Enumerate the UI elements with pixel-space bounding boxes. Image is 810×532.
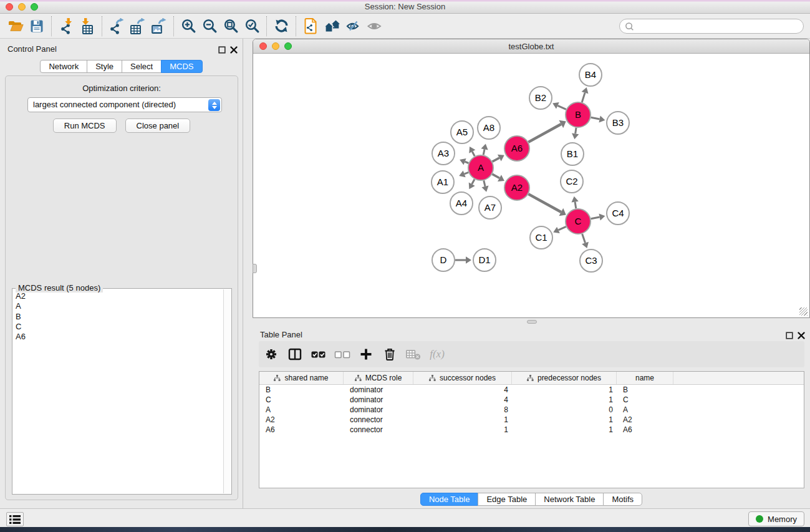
edge-C-C4[interactable] bbox=[591, 217, 600, 219]
node-B1[interactable]: B1 bbox=[561, 143, 584, 165]
column-header-name[interactable]: name bbox=[617, 372, 673, 384]
edge-B-B1[interactable] bbox=[576, 128, 576, 134]
mcds-result-item[interactable]: C bbox=[14, 322, 223, 332]
search-input[interactable] bbox=[635, 20, 803, 32]
node-A5[interactable]: A5 bbox=[451, 121, 473, 143]
divider-grabber-icon[interactable] bbox=[527, 320, 537, 324]
edge-B-B2[interactable] bbox=[557, 105, 566, 109]
node-A7[interactable]: A7 bbox=[479, 196, 501, 219]
tab-network[interactable]: Network bbox=[40, 60, 87, 73]
tab-network-table[interactable]: Network Table bbox=[535, 493, 604, 506]
column-browser-button[interactable] bbox=[287, 346, 303, 362]
table-cell[interactable]: 1 bbox=[413, 415, 512, 425]
node-A1[interactable]: A1 bbox=[432, 171, 454, 193]
node-A[interactable]: A bbox=[468, 155, 493, 180]
mcds-result-item[interactable]: A2 bbox=[14, 291, 223, 301]
column-header-shared-name[interactable]: shared name bbox=[259, 372, 344, 384]
close-panel-icon[interactable] bbox=[230, 45, 238, 56]
tab-node-table[interactable]: Node Table bbox=[420, 493, 479, 506]
table-cell[interactable]: C bbox=[259, 395, 344, 405]
table-cell[interactable]: 0 bbox=[512, 405, 617, 415]
column-header-MCDS-role[interactable]: MCDS role bbox=[344, 372, 413, 384]
close-panel-button[interactable]: Close panel bbox=[125, 118, 191, 133]
node-C3[interactable]: C3 bbox=[580, 249, 602, 272]
table-settings-button[interactable] bbox=[263, 346, 279, 362]
node-A2[interactable]: A2 bbox=[504, 175, 529, 200]
edge-A-A3[interactable] bbox=[465, 162, 469, 163]
mcds-result-item[interactable]: A bbox=[14, 301, 223, 311]
export-image-button[interactable] bbox=[148, 16, 170, 37]
create-column-button[interactable] bbox=[358, 346, 374, 362]
import-network-button[interactable] bbox=[55, 16, 77, 37]
table-cell[interactable]: 4 bbox=[413, 385, 512, 395]
node-A4[interactable]: A4 bbox=[450, 192, 473, 215]
table-cell[interactable]: 1 bbox=[512, 395, 617, 405]
table-cell[interactable]: A6 bbox=[259, 425, 344, 435]
float-panel-icon[interactable] bbox=[786, 331, 793, 342]
edge-A-A1[interactable] bbox=[465, 172, 469, 174]
table-row[interactable]: Adominator80A bbox=[259, 405, 804, 415]
table-cell[interactable]: dominator bbox=[344, 385, 413, 395]
tab-select[interactable]: Select bbox=[122, 60, 162, 73]
edge-A-A5[interactable] bbox=[472, 152, 475, 156]
zoom-fit-button[interactable] bbox=[220, 16, 241, 37]
edge-A6-B[interactable] bbox=[528, 124, 561, 142]
table-cell[interactable]: dominator bbox=[344, 405, 413, 415]
node-A8[interactable]: A8 bbox=[478, 117, 500, 139]
export-table-button[interactable] bbox=[127, 16, 148, 37]
resize-grip-icon[interactable] bbox=[799, 307, 808, 316]
column-header-successor-nodes[interactable]: successor nodes bbox=[413, 372, 512, 384]
criterion-dropdown[interactable]: largest connected component (directed) bbox=[27, 97, 222, 112]
table-cell[interactable]: A2 bbox=[617, 415, 673, 425]
edge-A-A6[interactable] bbox=[493, 158, 499, 162]
table-row[interactable]: A2connector11A2 bbox=[259, 415, 804, 425]
mcds-result-list[interactable]: A2ABCA6 bbox=[14, 291, 223, 493]
export-network-button[interactable] bbox=[106, 16, 127, 37]
table-cell[interactable]: B bbox=[617, 385, 673, 395]
tab-motifs[interactable]: Motifs bbox=[603, 493, 642, 506]
duplicate-network-button[interactable] bbox=[300, 16, 321, 37]
table-cell[interactable]: 4 bbox=[413, 395, 512, 405]
node-B3[interactable]: B3 bbox=[607, 112, 629, 134]
close-panel-icon[interactable] bbox=[798, 331, 805, 342]
table-row[interactable]: Bdominator41B bbox=[259, 385, 804, 395]
search-field[interactable] bbox=[619, 19, 804, 34]
zoom-out-button[interactable] bbox=[199, 16, 220, 37]
style-preview-button[interactable] bbox=[342, 16, 364, 37]
show-task-history-button[interactable] bbox=[6, 512, 24, 526]
edge-C-C2[interactable] bbox=[575, 202, 576, 209]
table-cell[interactable]: A2 bbox=[259, 415, 344, 425]
table-cell[interactable]: 1 bbox=[512, 385, 617, 395]
node-D1[interactable]: D1 bbox=[473, 249, 496, 271]
float-panel-icon[interactable] bbox=[218, 45, 226, 56]
tab-style[interactable]: Style bbox=[87, 60, 122, 73]
node-A3[interactable]: A3 bbox=[432, 142, 455, 165]
table-cell[interactable]: C bbox=[617, 395, 673, 405]
edge-B-B4[interactable] bbox=[582, 93, 585, 102]
table-cell[interactable]: A bbox=[259, 405, 344, 415]
edge-A-A7[interactable] bbox=[484, 180, 485, 186]
edge-A2-C[interactable] bbox=[528, 194, 561, 212]
table-cell[interactable]: dominator bbox=[344, 395, 413, 405]
result-scrollbar[interactable] bbox=[223, 289, 231, 493]
edge-C-C1[interactable] bbox=[558, 226, 566, 230]
network-canvas[interactable]: B4B2BB3A8A5A6A3B1AA1C2A2A4A7C4CC1DD1C3 bbox=[253, 54, 809, 317]
edge-A-A8[interactable] bbox=[483, 149, 485, 155]
zoom-in-button[interactable] bbox=[178, 16, 199, 37]
tab-mcds[interactable]: MCDS bbox=[161, 60, 202, 73]
column-header-predecessor-nodes[interactable]: predecessor nodes bbox=[512, 372, 617, 384]
edge-C-C3[interactable] bbox=[582, 234, 586, 243]
import-table-button[interactable] bbox=[77, 16, 98, 37]
table-cell[interactable]: connector bbox=[344, 425, 413, 435]
edge-A-A2[interactable] bbox=[492, 174, 499, 178]
table-cell[interactable]: 8 bbox=[413, 405, 512, 415]
node-B2[interactable]: B2 bbox=[529, 87, 552, 109]
unselect-all-columns-button[interactable] bbox=[334, 346, 350, 362]
node-C4[interactable]: C4 bbox=[607, 202, 629, 225]
network-window-titlebar[interactable]: testGlobe.txt bbox=[253, 39, 809, 54]
node-C2[interactable]: C2 bbox=[561, 170, 583, 193]
node-C[interactable]: C bbox=[566, 209, 591, 234]
zoom-selected-button[interactable] bbox=[241, 16, 263, 37]
show-graphics-button[interactable] bbox=[364, 16, 385, 37]
node-A6[interactable]: A6 bbox=[504, 136, 529, 161]
